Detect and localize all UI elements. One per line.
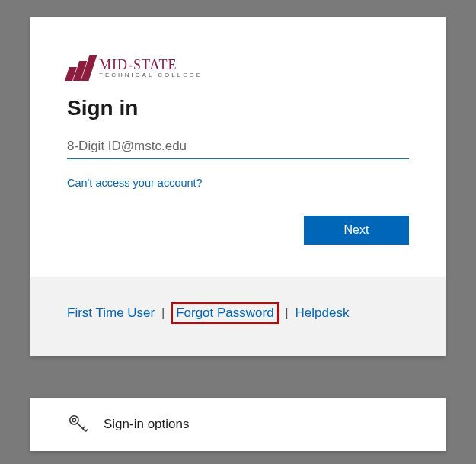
logo: MID-STATE TECHNICAL COLLEGE bbox=[67, 55, 409, 81]
next-button[interactable]: Next bbox=[304, 216, 409, 245]
separator: | bbox=[285, 306, 288, 320]
signin-options-label: Sign-in options bbox=[104, 417, 189, 432]
logo-text: MID-STATE TECHNICAL COLLEGE bbox=[99, 58, 203, 78]
signin-options-card[interactable]: Sign-in options bbox=[30, 398, 446, 451]
card-footer: First Time User | Forgot Password | Help… bbox=[30, 277, 446, 356]
key-icon bbox=[67, 413, 90, 436]
helpdesk-link[interactable]: Helpdesk bbox=[296, 306, 350, 320]
forgot-password-highlight: Forgot Password bbox=[171, 302, 279, 324]
logo-sub-text: TECHNICAL COLLEGE bbox=[99, 72, 203, 78]
username-input[interactable] bbox=[67, 134, 409, 159]
logo-main-text: MID-STATE bbox=[99, 58, 203, 72]
button-row: Next bbox=[67, 216, 409, 245]
page-title: Sign in bbox=[67, 96, 409, 120]
forgot-password-link[interactable]: Forgot Password bbox=[176, 306, 274, 320]
separator: | bbox=[161, 306, 165, 320]
cant-access-account-link[interactable]: Can't access your account? bbox=[67, 177, 203, 189]
logo-bars-icon bbox=[67, 55, 93, 81]
svg-line-3 bbox=[83, 427, 85, 429]
signin-card: MID-STATE TECHNICAL COLLEGE Sign in Can'… bbox=[30, 17, 446, 356]
svg-point-1 bbox=[72, 418, 75, 421]
first-time-user-link[interactable]: First Time User bbox=[67, 306, 155, 320]
card-body: MID-STATE TECHNICAL COLLEGE Sign in Can'… bbox=[30, 17, 446, 277]
svg-line-4 bbox=[85, 430, 88, 432]
